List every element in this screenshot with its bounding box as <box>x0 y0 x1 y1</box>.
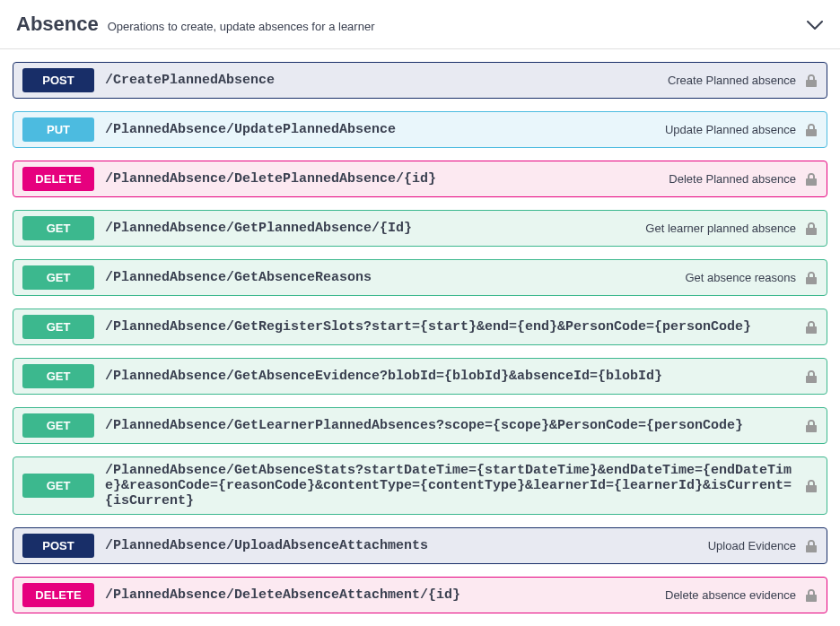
endpoint-summary: Upload Evidence <box>708 539 796 552</box>
operation-row[interactable]: GET/PlannedAbsence/GetAbsenceEvidence?bl… <box>13 358 827 395</box>
method-badge-delete: DELETE <box>22 167 94 191</box>
lock-icon[interactable] <box>805 222 818 236</box>
endpoint-summary: Delete Planned absence <box>669 172 796 186</box>
endpoint-path: /PlannedAbsence/GetAbsenceEvidence?blobI… <box>105 369 805 384</box>
endpoint-summary: Create Planned absence <box>668 74 796 87</box>
lock-icon[interactable] <box>805 74 818 88</box>
method-badge-get: GET <box>22 474 94 498</box>
endpoint-path: /PlannedAbsence/GetLearnerPlannedAbsence… <box>105 418 805 433</box>
endpoint-path: /PlannedAbsence/GetAbsenceStats?startDat… <box>105 463 805 509</box>
lock-icon[interactable] <box>805 320 818 335</box>
lock-icon[interactable] <box>805 172 818 187</box>
method-badge-post: POST <box>22 534 94 558</box>
lock-icon[interactable] <box>805 123 818 137</box>
lock-icon[interactable] <box>805 479 818 493</box>
lock-icon[interactable] <box>805 419 818 433</box>
endpoint-summary: Delete absence evidence <box>665 588 796 602</box>
method-badge-get: GET <box>22 413 94 438</box>
lock-icon[interactable] <box>805 271 818 285</box>
chevron-down-icon[interactable] <box>806 16 824 35</box>
operation-row[interactable]: DELETE/PlannedAbsence/DeletePlannedAbsen… <box>13 161 827 197</box>
method-badge-post: POST <box>22 68 94 92</box>
method-badge-delete: DELETE <box>22 583 94 607</box>
endpoint-path: /PlannedAbsence/DeletePlannedAbsence/{id… <box>105 171 658 187</box>
endpoint-path: /PlannedAbsence/UpdatePlannedAbsence <box>105 122 654 137</box>
section-title: Absence <box>16 13 99 36</box>
endpoint-summary: Get absence reasons <box>685 271 796 284</box>
operation-row[interactable]: DELETE/PlannedAbsence/DeleteAbsenceAttac… <box>13 577 827 613</box>
endpoint-summary: Get learner planned absence <box>645 222 796 235</box>
method-badge-get: GET <box>22 265 94 290</box>
method-badge-put: PUT <box>22 117 94 142</box>
method-badge-get: GET <box>22 364 94 388</box>
operation-row[interactable]: GET/PlannedAbsence/GetPlannedAbsence/{Id… <box>13 210 827 247</box>
endpoint-path: /PlannedAbsence/UploadAbsenceAttachments <box>105 538 697 553</box>
operation-row[interactable]: PUT/PlannedAbsence/UpdatePlannedAbsenceU… <box>13 111 827 148</box>
method-badge-get: GET <box>22 216 94 240</box>
lock-icon[interactable] <box>805 370 818 384</box>
endpoint-path: /CreatePlannedAbsence <box>105 73 657 88</box>
operation-row[interactable]: POST/CreatePlannedAbsenceCreate Planned … <box>13 62 827 99</box>
method-badge-get: GET <box>22 315 94 339</box>
operation-row[interactable]: GET/PlannedAbsence/GetAbsenceStats?start… <box>13 456 827 515</box>
section-description: Operations to create, update absences fo… <box>108 20 375 33</box>
endpoint-path: /PlannedAbsence/DeleteAbsenceAttachment/… <box>105 587 654 603</box>
endpoint-path: /PlannedAbsence/GetRegisterSlots?start={… <box>105 319 805 335</box>
operation-row[interactable]: GET/PlannedAbsence/GetRegisterSlots?star… <box>13 309 827 345</box>
endpoint-path: /PlannedAbsence/GetAbsenceReasons <box>105 270 674 285</box>
section-header[interactable]: Absence Operations to create, update abs… <box>0 0 840 49</box>
endpoint-path: /PlannedAbsence/GetPlannedAbsence/{Id} <box>105 221 634 236</box>
operation-row[interactable]: POST/PlannedAbsence/UploadAbsenceAttachm… <box>13 527 827 564</box>
operation-row[interactable]: GET/PlannedAbsence/GetLearnerPlannedAbse… <box>13 407 827 444</box>
endpoint-summary: Update Planned absence <box>665 123 796 136</box>
lock-icon[interactable] <box>805 588 818 603</box>
lock-icon[interactable] <box>805 539 818 553</box>
operations-list: POST/CreatePlannedAbsenceCreate Planned … <box>0 62 840 626</box>
operation-row[interactable]: GET/PlannedAbsence/GetAbsenceReasonsGet … <box>13 259 827 296</box>
